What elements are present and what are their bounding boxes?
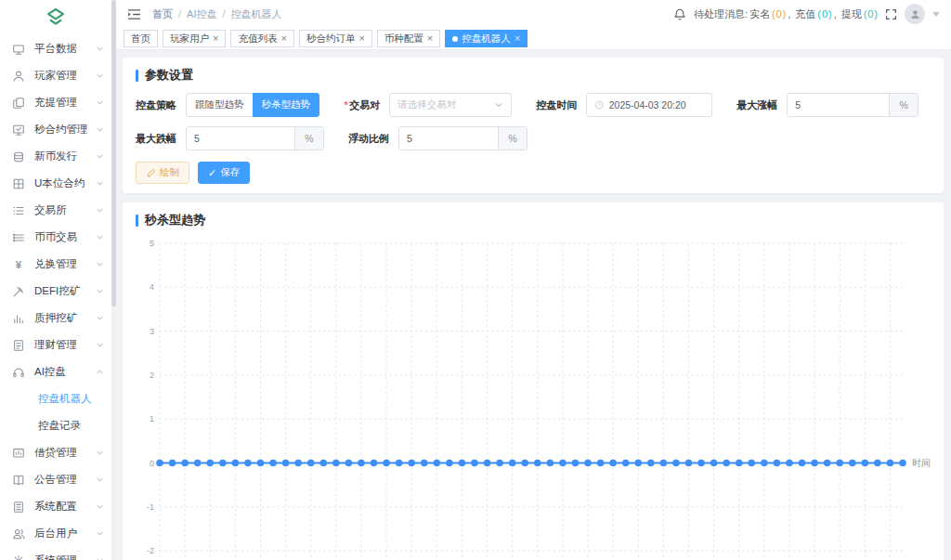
sidebar-item[interactable]: 平台数据 bbox=[0, 35, 111, 62]
sidebar: 平台数据玩家管理充提管理秒合约管理新币发行U本位合约交易所币币交易¥兑换管理DE… bbox=[0, 0, 111, 560]
tab-close-icon[interactable]: × bbox=[280, 33, 286, 44]
topbar: 首页 / AI控盘 / 控盘机器人 待处理消息: 实名( 0 ), 充值( 0 … bbox=[116, 0, 951, 28]
time-picker[interactable] bbox=[586, 93, 712, 117]
time-input[interactable] bbox=[609, 99, 705, 111]
strategy-option-follow[interactable]: 跟随型趋势 bbox=[186, 93, 254, 117]
breadcrumb-home[interactable]: 首页 bbox=[152, 7, 173, 21]
sidebar-item[interactable]: U本位合约 bbox=[0, 170, 111, 197]
collapse-sidebar-icon[interactable] bbox=[127, 8, 141, 20]
sidebar-item[interactable]: 借贷管理 bbox=[0, 439, 111, 466]
mining-pick-icon bbox=[12, 285, 25, 298]
float-input[interactable] bbox=[399, 127, 498, 150]
chevron-down-icon bbox=[96, 556, 104, 560]
message-count[interactable]: ( 0 ) bbox=[772, 8, 786, 20]
svg-text:3: 3 bbox=[150, 327, 154, 336]
sidebar-item[interactable]: 系统配置 bbox=[0, 493, 111, 520]
sidebar-item[interactable]: ¥兑换管理 bbox=[0, 251, 111, 278]
sidebar-scrollbar[interactable] bbox=[111, 0, 116, 560]
app-root: 平台数据玩家管理充提管理秒合约管理新币发行U本位合约交易所币币交易¥兑换管理DE… bbox=[0, 0, 951, 560]
notification-bell-icon[interactable] bbox=[673, 7, 686, 21]
tab[interactable]: 玩家用户× bbox=[163, 30, 226, 47]
chevron-down-icon bbox=[96, 287, 104, 295]
tab-close-icon[interactable]: × bbox=[213, 33, 218, 44]
tab-close-icon[interactable]: × bbox=[515, 33, 520, 44]
tab[interactable]: 充值列表× bbox=[230, 30, 293, 47]
chevron-down-icon bbox=[96, 475, 104, 484]
message-count[interactable]: ( 0 ) bbox=[864, 8, 878, 20]
message-label: 提现 bbox=[841, 7, 862, 21]
exchange-list-icon bbox=[12, 204, 25, 217]
svg-text:5: 5 bbox=[150, 239, 154, 248]
sidebar-item[interactable]: DEFI挖矿 bbox=[0, 278, 111, 305]
chevron-down-icon bbox=[96, 502, 104, 511]
sidebar-item[interactable]: 新币发行 bbox=[0, 143, 111, 170]
tab[interactable]: 秒合约订单× bbox=[299, 30, 372, 47]
strategy-label: 控盘策略 bbox=[136, 98, 176, 112]
tab-close-icon[interactable]: × bbox=[358, 33, 364, 44]
fall-suffix: % bbox=[294, 127, 323, 150]
svg-text:-1: -1 bbox=[147, 502, 154, 512]
sidebar-item[interactable]: 币币交易 bbox=[0, 224, 111, 251]
time-label: 控盘时间 bbox=[536, 98, 577, 112]
data-board-icon bbox=[12, 43, 25, 56]
chevron-up-icon bbox=[96, 368, 104, 376]
breadcrumb-section[interactable]: AI控盘 bbox=[187, 7, 216, 21]
sidebar-item[interactable]: 系统管理 bbox=[0, 547, 111, 560]
pair-label: *交易对 bbox=[344, 98, 380, 112]
sidebar-item[interactable]: 后台用户 bbox=[0, 520, 111, 547]
sidebar-item[interactable]: 质押挖矿 bbox=[0, 305, 111, 332]
sidebar-item[interactable]: AI控盘 bbox=[0, 358, 111, 385]
chevron-down-icon bbox=[96, 314, 104, 322]
chevron-down-icon bbox=[96, 179, 104, 188]
fall-input[interactable] bbox=[187, 127, 294, 150]
svg-text:¥: ¥ bbox=[16, 258, 22, 269]
message-separator: , bbox=[834, 8, 837, 20]
pencil-icon bbox=[146, 168, 156, 178]
notebook-icon bbox=[12, 474, 25, 487]
rise-suffix: % bbox=[889, 94, 918, 116]
svg-text:-2: -2 bbox=[147, 546, 154, 555]
tab[interactable]: 首页 bbox=[124, 30, 158, 47]
sidebar-item[interactable]: 充提管理 bbox=[0, 89, 111, 116]
rise-input[interactable] bbox=[788, 94, 889, 116]
tab-active[interactable]: 控盘机器人× bbox=[445, 30, 528, 47]
pair-select-placeholder: 请选择交易对 bbox=[397, 98, 456, 111]
sidebar-subitem[interactable]: 控盘记录 bbox=[0, 412, 111, 439]
pending-messages: 待处理消息: 实名( 0 ), 充值( 0 ), 提现( 0 ) bbox=[694, 7, 878, 21]
required-asterisk: * bbox=[344, 99, 347, 111]
svg-text:时间: 时间 bbox=[912, 458, 931, 468]
sidebar-subitem-active[interactable]: 控盘机器人 bbox=[0, 385, 111, 412]
chevron-down-icon bbox=[96, 45, 104, 53]
message-label: 充值 bbox=[795, 7, 815, 21]
avatar[interactable] bbox=[905, 4, 925, 24]
clock-icon bbox=[594, 99, 604, 111]
sidebar-item[interactable]: 公告管理 bbox=[0, 466, 111, 493]
save-button[interactable]: ✓ 保存 bbox=[198, 162, 250, 184]
draw-button[interactable]: 绘制 bbox=[136, 162, 189, 184]
chevron-down-icon bbox=[96, 233, 104, 241]
tab[interactable]: 币种配置× bbox=[377, 30, 440, 47]
svg-text:1: 1 bbox=[150, 414, 154, 423]
float-input-wrap: % bbox=[398, 126, 528, 150]
chevron-down-icon bbox=[96, 152, 104, 161]
tab-close-icon[interactable]: × bbox=[427, 33, 433, 44]
float-label: 浮动比例 bbox=[348, 132, 389, 146]
fullscreen-icon[interactable] bbox=[885, 8, 897, 20]
gear-icon bbox=[12, 554, 25, 560]
grid-icon bbox=[12, 177, 25, 190]
user-menu-caret-icon[interactable] bbox=[932, 12, 940, 17]
pair-select[interactable]: 请选择交易对 bbox=[389, 93, 512, 117]
strategy-option-seckill[interactable]: 秒杀型趋势 bbox=[253, 93, 320, 117]
chevron-down-icon bbox=[96, 98, 104, 107]
rise-input-wrap: % bbox=[787, 93, 918, 117]
sidebar-item[interactable]: 理财管理 bbox=[0, 332, 111, 358]
message-count[interactable]: ( 0 ) bbox=[817, 8, 831, 20]
sidebar-item[interactable]: 交易所 bbox=[0, 197, 111, 224]
scrollbar-thumb[interactable] bbox=[111, 0, 116, 306]
chevron-down-icon bbox=[494, 100, 503, 110]
sidebar-item[interactable]: 玩家管理 bbox=[0, 62, 111, 89]
trend-chart: 543210-1-2时间 bbox=[136, 234, 931, 560]
finance-doc-icon bbox=[12, 339, 25, 352]
sidebar-item[interactable]: 秒合约管理 bbox=[0, 116, 111, 143]
brand-logo-icon bbox=[45, 7, 67, 29]
